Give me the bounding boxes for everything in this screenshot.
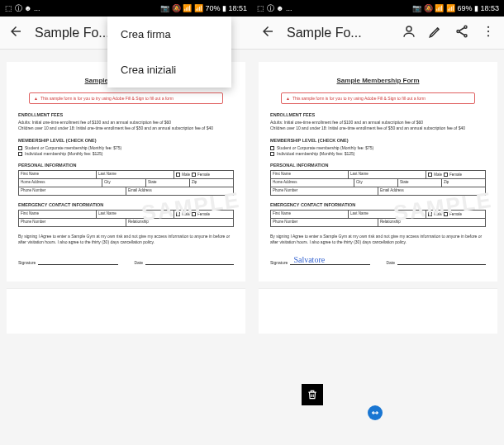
agreement-text: By signing I Agree to enter a Sample Gym… [270, 234, 486, 245]
share-icon[interactable] [454, 24, 469, 42]
document-viewport[interactable]: SAMPLE Sample Membership Form This sampl… [0, 50, 252, 445]
bottom-area [259, 288, 497, 334]
emergency-table: First Name Last Name Male Female Phone N… [18, 210, 234, 227]
zip-field[interactable]: Zip [190, 179, 233, 187]
status-left-icons: ⬚ ⓘ ☻ ... [5, 3, 40, 14]
phone-field[interactable]: Phone Number [271, 187, 378, 195]
signature-line[interactable]: Salvatore [290, 257, 369, 265]
form-title: Sample Membership Form [270, 77, 486, 84]
email-field[interactable]: Email Address [378, 187, 485, 195]
signature-line[interactable] [38, 257, 117, 265]
checkbox-icon[interactable] [18, 152, 22, 156]
agreement-text: By signing I Agree to enter a Sample Gym… [18, 234, 234, 245]
enrollment-heading: ENROLLMENT FEES [270, 112, 486, 117]
home-field[interactable]: Home Address [271, 179, 354, 187]
toolbar-actions [402, 24, 496, 42]
phone-left: ⬚ ⓘ ☻ ... 📷 🔕 📶 📶 70% ▮ 18:51 Sample Fo.… [0, 0, 252, 445]
checkbox-row[interactable]: Individual membership (Monthly fee: $125… [270, 151, 486, 156]
enroll-line: Adults: Initial one-time enrollment fee … [18, 120, 234, 125]
date-line[interactable] [397, 257, 486, 265]
back-icon[interactable] [8, 24, 23, 42]
status-bar: ⬚ ⓘ ☻ ... 📷 🔕 📶 📶 70% ▮ 18:51 [0, 0, 252, 17]
state-field[interactable]: State [146, 179, 190, 187]
fn-field[interactable]: First Name [19, 211, 97, 218]
sig-label: Signature [270, 260, 288, 265]
checkbox-icon[interactable] [18, 146, 22, 150]
ln-field[interactable]: Last Name [349, 211, 426, 218]
more-icon[interactable] [481, 24, 496, 42]
warning-banner: This sample form is for you to try using… [281, 92, 475, 104]
email-field[interactable]: Email Address [126, 187, 233, 195]
enrollment-heading: ENROLLMENT FEES [18, 112, 234, 117]
enroll-line: Children over 10 and under 18: Initial o… [270, 125, 486, 131]
document-page: SAMPLE Sample Membership Form This sampl… [7, 62, 245, 282]
status-right: 📷 🔕 📶 📶 70% ▮ 18:51 [160, 4, 247, 12]
checkbox-row[interactable]: Student or Corporate membership (Monthly… [18, 145, 234, 150]
emergency-heading: EMERGENCY CONTACT INFORMATION [270, 202, 486, 207]
sign-pen-icon[interactable] [428, 24, 443, 42]
enroll-line: Adults: Initial one-time enrollment fee … [270, 120, 486, 125]
checkbox-row[interactable]: Student or Corporate membership (Monthly… [270, 145, 486, 150]
date-label: Date [135, 260, 144, 265]
phone-field[interactable]: Phone Number [271, 219, 378, 226]
rel-field[interactable]: Relationship [378, 219, 485, 226]
personal-heading: PERSONAL INFORMATION [270, 163, 486, 168]
menu-create-signature[interactable]: Crea firma [107, 17, 231, 52]
home-field[interactable]: Home Address [19, 179, 102, 187]
fn-field[interactable]: First Name [271, 211, 349, 218]
warning-banner: This sample form is for you to try using… [29, 92, 223, 104]
rel-field[interactable]: Relationship [126, 219, 233, 226]
dropdown-menu: Crea firma Crea iniziali [107, 17, 231, 88]
personal-table: First Name Last Name Male Female Home Ad… [270, 170, 486, 196]
checkbox-icon[interactable] [270, 152, 274, 156]
checkbox-icon[interactable] [176, 173, 180, 177]
sig-label: Signature [18, 260, 36, 265]
svg-point-6 [487, 35, 489, 36]
emergency-heading: EMERGENCY CONTACT INFORMATION [18, 202, 234, 207]
svg-point-0 [407, 26, 411, 31]
profile-icon[interactable] [402, 24, 416, 42]
checkbox-icon[interactable] [192, 212, 196, 216]
city-field[interactable]: City [354, 179, 398, 187]
ln-field[interactable]: Last Name [349, 171, 426, 178]
svg-point-5 [487, 30, 489, 31]
enroll-line: Children over 10 and under 18: Initial o… [18, 125, 234, 131]
phone-field[interactable]: Phone Number [19, 219, 126, 226]
checkbox-icon[interactable] [428, 212, 432, 216]
fn-field[interactable]: First Name [271, 171, 349, 178]
delete-signature-button[interactable] [302, 384, 323, 405]
state-field[interactable]: State [398, 179, 442, 187]
bottom-area [7, 288, 245, 334]
checkbox-icon[interactable] [428, 173, 432, 177]
checkbox-icon[interactable] [444, 173, 448, 177]
checkbox-row[interactable]: Individual membership (Monthly fee: $125… [18, 151, 234, 156]
fn-field[interactable]: First Name [19, 171, 97, 178]
back-icon[interactable] [260, 24, 275, 42]
placed-signature[interactable]: Salvatore [293, 255, 325, 264]
document-viewport[interactable]: SAMPLE Sample Membership Form This sampl… [252, 50, 504, 445]
status-bar: ⬚ ⓘ ☻ ... 📷 🔕 📶 📶 69% ▮ 18:53 [252, 0, 504, 17]
status-right: 📷 🔕 📶 📶 69% ▮ 18:53 [412, 4, 499, 12]
signature-row: Signature Date [18, 257, 234, 265]
checkbox-icon[interactable] [176, 212, 180, 216]
checkbox-icon[interactable] [192, 173, 196, 177]
personal-table: First Name Last Name Male Female Home Ad… [18, 170, 234, 196]
menu-create-initials[interactable]: Crea iniziali [107, 52, 231, 88]
date-label: Date [387, 260, 396, 265]
level-heading: MEMBERSHIP LEVEL (CHECK ONE) [270, 138, 486, 143]
phone-field[interactable]: Phone Number [19, 187, 126, 195]
resize-handle[interactable] [368, 405, 383, 420]
svg-point-3 [464, 34, 467, 36]
svg-point-1 [464, 26, 467, 28]
zip-field[interactable]: Zip [442, 179, 485, 187]
date-line[interactable] [145, 257, 234, 265]
personal-heading: PERSONAL INFORMATION [18, 163, 234, 168]
signature-row: SignatureSalvatore Date [270, 257, 486, 265]
city-field[interactable]: City [102, 179, 146, 187]
level-heading: MEMBERSHIP LEVEL (CHECK ONE) [18, 138, 234, 143]
checkbox-icon[interactable] [270, 146, 274, 150]
svg-point-2 [457, 30, 459, 32]
checkbox-icon[interactable] [444, 212, 448, 216]
ln-field[interactable]: Last Name [97, 211, 174, 218]
ln-field[interactable]: Last Name [97, 171, 174, 178]
